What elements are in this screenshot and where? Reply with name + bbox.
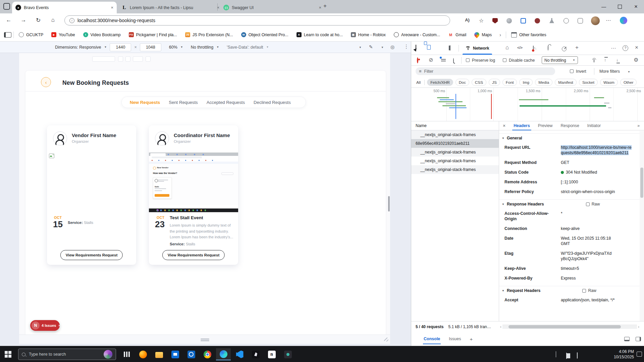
forward-icon[interactable]: → bbox=[19, 17, 28, 23]
save-data-select[interactable]: 'Save-Data': default bbox=[227, 45, 263, 50]
request-row-selected[interactable]: 68e956ec4910219201aeb211 bbox=[411, 139, 499, 148]
raw-toggle[interactable]: Raw bbox=[582, 288, 596, 293]
tab-network[interactable]: Network bbox=[461, 42, 493, 55]
workspaces-icon[interactable] bbox=[3, 3, 10, 10]
caret-down-icon[interactable]: ▼ bbox=[381, 46, 384, 49]
filter-input[interactable]: ≡ Filter bbox=[416, 67, 555, 75]
resize-handle[interactable] bbox=[201, 339, 209, 340]
throttling-select[interactable]: No throttling bbox=[191, 45, 213, 50]
preserve-log-checkbox[interactable] bbox=[466, 58, 470, 62]
request-row[interactable]: __nextjs_original-stack-frames bbox=[411, 130, 499, 139]
bookmark-pickgamer[interactable]: FGPickgamer | Find pla... bbox=[126, 31, 180, 39]
chip-wasm[interactable]: Wasm bbox=[600, 79, 618, 86]
other-favorites[interactable]: Other favorites bbox=[508, 31, 549, 39]
tray-expand-icon[interactable] bbox=[556, 352, 556, 358]
site-info-icon[interactable]: i bbox=[69, 18, 74, 23]
firefox-icon[interactable] bbox=[136, 348, 150, 360]
view-requirements-button[interactable]: View Requirements Request bbox=[162, 250, 225, 260]
close-detail-icon[interactable]: × bbox=[503, 123, 505, 128]
dock-bottom-icon[interactable] bbox=[624, 337, 630, 341]
clear-icon[interactable]: ⊘ bbox=[429, 57, 433, 63]
copilot-icon[interactable] bbox=[620, 17, 627, 24]
dock-right-icon[interactable] bbox=[636, 337, 641, 341]
url-field[interactable]: i localhost:3000/new-booking-requests bbox=[64, 15, 450, 25]
reload-icon[interactable]: ↻ bbox=[34, 17, 42, 24]
screencast-icon[interactable]: ◎ bbox=[390, 44, 394, 50]
tab-sent-requests[interactable]: Sent Requests bbox=[169, 100, 198, 105]
throttling-select[interactable]: No throttling ▼ bbox=[542, 56, 578, 64]
outlook-icon[interactable] bbox=[184, 348, 199, 360]
help-icon[interactable]: ? bbox=[623, 45, 628, 51]
teams-icon[interactable] bbox=[280, 348, 295, 360]
tab-swagger-ui[interactable]: {:} Swagger UI × bbox=[220, 2, 325, 13]
extension-icon-a[interactable] bbox=[506, 18, 512, 23]
home-icon[interactable]: ⌂ bbox=[49, 17, 57, 23]
scroll-right-icon[interactable]: › bbox=[638, 324, 639, 329]
name-column-header[interactable]: Name bbox=[411, 121, 499, 130]
drawer-more-tabs-icon[interactable]: + bbox=[470, 336, 473, 342]
notification-center-icon[interactable] bbox=[637, 352, 642, 357]
chrome-icon[interactable] bbox=[200, 348, 215, 360]
network-overview-timeline[interactable]: 500 ms 1,000 ms 1,500 ms 2,000 ms 2,500 … bbox=[411, 88, 644, 121]
bookmarks-overflow-icon[interactable]: › bbox=[497, 32, 504, 38]
flask-icon[interactable] bbox=[549, 18, 554, 23]
inspect-icon[interactable] bbox=[416, 45, 416, 50]
corner-resize-icon[interactable] bbox=[386, 339, 388, 342]
record-icon[interactable] bbox=[417, 58, 418, 63]
bookmark-learn-to-code[interactable]: ALearn to code at ho... bbox=[293, 31, 346, 39]
welcome-home-icon[interactable]: ⌂ bbox=[505, 45, 509, 50]
chip-manifest[interactable]: Manifest bbox=[555, 79, 577, 86]
tab-bravo-events[interactable]: ▲ Bravo Events × bbox=[12, 2, 117, 13]
taskbar-search[interactable]: Type here to search bbox=[18, 349, 116, 360]
nextjs-issues-badge[interactable]: N 4 Issues × bbox=[30, 320, 60, 331]
gear-icon[interactable]: ⚙ bbox=[634, 57, 638, 63]
disable-cache-checkbox[interactable] bbox=[503, 58, 506, 62]
bookmark-js-pro[interactable]: JSJS Pro Extension (N... bbox=[182, 31, 236, 39]
sidebar-toggle-icon[interactable] bbox=[4, 32, 11, 38]
section-request-headers[interactable]: ▼Request Headers Raw bbox=[499, 286, 644, 295]
chip-other[interactable]: Other bbox=[620, 79, 637, 86]
tab-accepted-requests[interactable]: Accepted Requests bbox=[207, 100, 245, 105]
start-button[interactable] bbox=[5, 351, 11, 358]
bookmark-youtube[interactable]: ▶YouTube bbox=[48, 31, 78, 39]
chip-fetch-xhr[interactable]: Fetch/XHR bbox=[427, 79, 453, 86]
drawer-tab-issues[interactable]: Issues bbox=[449, 337, 461, 341]
request-row[interactable]: __nextjs_original-stack-frames bbox=[411, 157, 499, 165]
bookmark-gmail[interactable]: MGmail bbox=[445, 31, 469, 39]
request-row[interactable]: __nextjs_original-stack-frames bbox=[411, 148, 499, 157]
console-icon[interactable]: >_ bbox=[533, 46, 534, 51]
chip-all[interactable]: All bbox=[415, 79, 422, 85]
split-screen-icon[interactable] bbox=[521, 18, 526, 23]
file-explorer-icon[interactable] bbox=[152, 348, 166, 360]
caret-down-icon[interactable]: ▼ bbox=[359, 46, 362, 49]
extension-icon-b[interactable] bbox=[535, 18, 540, 23]
collections-icon[interactable] bbox=[578, 18, 583, 23]
chip-socket[interactable]: Socket bbox=[579, 79, 598, 86]
bookmark-video-bootcamp[interactable]: tVideo Bootcamp bbox=[80, 31, 124, 39]
horizontal-scrollbar[interactable]: ‹ › bbox=[500, 324, 639, 329]
detail-scrollbar[interactable] bbox=[640, 131, 644, 321]
close-window-button[interactable]: × bbox=[628, 0, 644, 13]
resize-handle[interactable] bbox=[201, 340, 209, 341]
viewport-width-input[interactable] bbox=[110, 43, 131, 51]
export-har-icon[interactable]: ↓ bbox=[616, 58, 618, 62]
bookmark-object-oriented[interactable]: WObject Oriented Pro... bbox=[238, 31, 291, 39]
new-tab-button[interactable]: + bbox=[323, 3, 327, 9]
more-menu-icon[interactable]: … bbox=[606, 16, 611, 22]
section-response-headers[interactable]: ▼Response Headers Raw bbox=[499, 199, 644, 208]
minimize-button[interactable]: — bbox=[596, 0, 612, 13]
edge-icon[interactable] bbox=[216, 348, 231, 360]
pen-icon[interactable]: ✎ bbox=[369, 44, 373, 50]
bookmark-gcuktp[interactable]: GCUKTP bbox=[16, 31, 46, 39]
vscode-icon[interactable] bbox=[232, 348, 247, 360]
read-aloud-icon[interactable]: A) bbox=[464, 17, 471, 22]
chip-media[interactable]: Media bbox=[535, 79, 552, 86]
ublock-icon[interactable] bbox=[492, 18, 498, 23]
tab-close-icon[interactable]: × bbox=[111, 5, 113, 10]
favorites-star-icon[interactable]: ☆ bbox=[478, 17, 485, 24]
request-url-value[interactable]: http://localhost:1000/service-bs/new-req… bbox=[561, 145, 632, 155]
history-icon[interactable] bbox=[564, 18, 569, 23]
profile-avatar[interactable] bbox=[591, 16, 600, 25]
drawer-tab-console[interactable]: Console bbox=[424, 337, 440, 341]
more-filters-button[interactable]: More filters bbox=[599, 69, 620, 74]
